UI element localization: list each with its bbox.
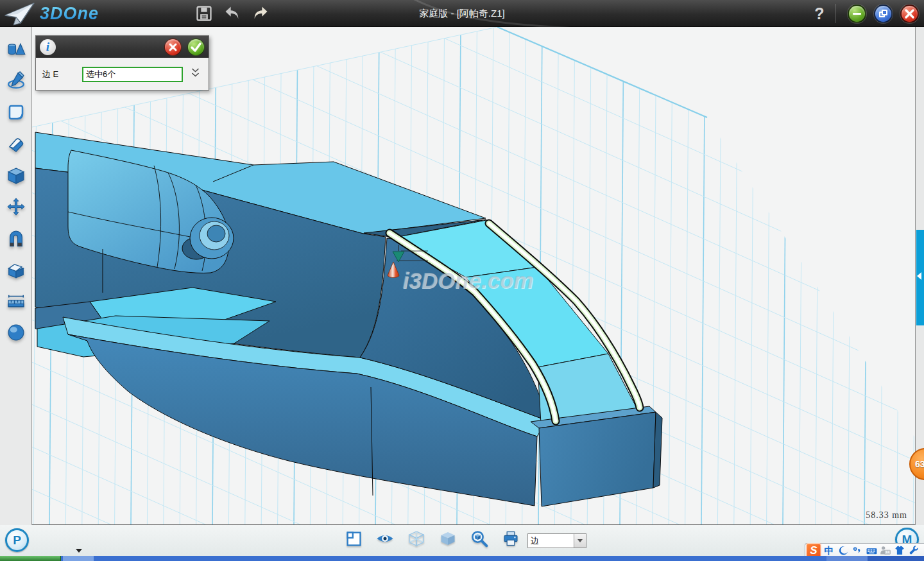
chevron-down-icon (578, 539, 583, 545)
visibility-eye-icon[interactable] (375, 529, 395, 548)
taskbar-window-segment[interactable] (63, 556, 94, 561)
help-button[interactable]: ? (811, 4, 828, 23)
3d-viewport[interactable]: i3DOne.com 58.33 mm (32, 27, 915, 525)
sketch-icon[interactable] (6, 70, 26, 91)
watermark: i3DOne.com (402, 268, 533, 293)
title-bar: 3DOne 家庭 (0, 0, 924, 27)
combo-dropdown-button[interactable] (574, 534, 586, 548)
filter-value: 边 (528, 534, 574, 548)
window-title: 家庭版 - [阿帕奇.Z1] (0, 0, 924, 27)
expand-chevron-icon[interactable] (191, 67, 200, 81)
corner-dropdown-arrow-icon[interactable] (76, 549, 82, 556)
restore-button[interactable] (874, 4, 893, 23)
solid-cube-icon[interactable] (6, 166, 26, 186)
taskbar-window-segment[interactable] (826, 556, 868, 561)
shaded-cube-icon[interactable] (438, 529, 458, 548)
surface-icon[interactable] (6, 102, 26, 123)
zoom-magnifier-icon[interactable] (470, 529, 489, 548)
cancel-icon[interactable] (164, 39, 182, 56)
taskbar-tray-segment[interactable] (868, 556, 924, 561)
apache-model: i3DOne.com (32, 27, 915, 525)
move-icon[interactable] (6, 196, 26, 217)
wireframe-cube-icon[interactable] (407, 529, 426, 548)
edge-field-label: 边 E (42, 69, 76, 80)
edge-selection-dialog: i 边 E (35, 35, 209, 91)
magnet-icon[interactable] (6, 229, 26, 249)
selection-filter-combobox[interactable]: 边 (527, 533, 586, 548)
property-corner-button[interactable]: P (5, 528, 29, 552)
close-button[interactable] (900, 4, 919, 23)
dialog-body: 边 E (36, 58, 209, 91)
svg-text:14: 14 (886, 550, 889, 554)
bottom-bar: P (0, 525, 924, 556)
layout-icon[interactable] (344, 529, 363, 548)
primitives-icon[interactable] (6, 39, 26, 60)
dimension-label: 58.33 mm (866, 510, 907, 521)
assembly-icon[interactable] (6, 259, 26, 280)
close-icon (902, 6, 918, 22)
taskbar-start-segment[interactable] (0, 556, 61, 561)
panel-expand-handle[interactable] (916, 230, 924, 325)
os-taskbar-edge (0, 556, 924, 561)
edge-selection-input[interactable] (82, 67, 183, 82)
left-toolbar (0, 27, 32, 525)
expand-left-arrow-icon (917, 272, 921, 280)
view-toolbar (344, 529, 520, 548)
window-controls: ? (811, 0, 919, 27)
trim-icon[interactable] (6, 134, 26, 155)
minimize-icon (853, 13, 861, 15)
3done-window: 3DOne 家庭 (0, 0, 924, 561)
measure-icon[interactable] (6, 291, 26, 311)
print-icon[interactable] (501, 529, 520, 548)
titlebar-divider (835, 4, 836, 23)
info-icon: i (40, 39, 56, 55)
minimize-button[interactable] (848, 4, 866, 23)
material-sphere-icon[interactable] (6, 322, 26, 343)
dialog-header[interactable]: i (36, 36, 209, 58)
confirm-icon[interactable] (187, 39, 205, 56)
